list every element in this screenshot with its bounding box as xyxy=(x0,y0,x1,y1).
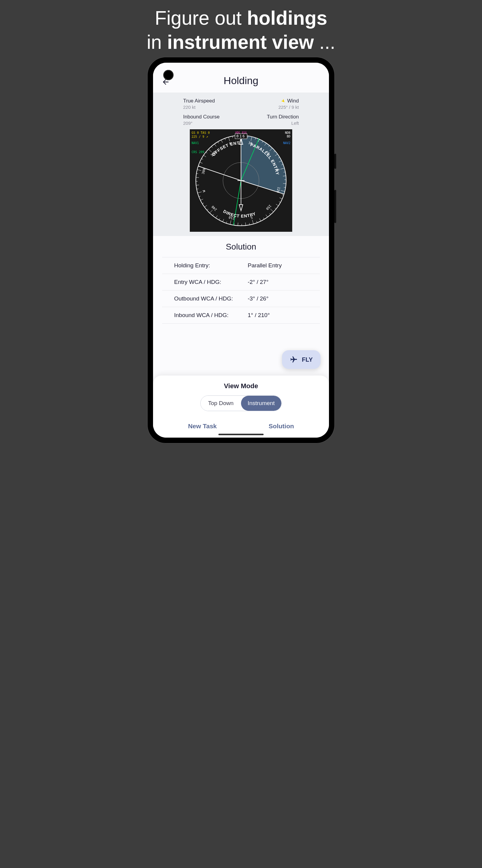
svg-line-50 xyxy=(213,214,214,216)
svg-line-28 xyxy=(282,195,284,195)
svg-line-34 xyxy=(269,213,270,215)
svg-line-45 xyxy=(230,220,231,224)
svg-text:W: W xyxy=(202,190,206,193)
svg-line-63 xyxy=(197,170,201,170)
phone-side-button xyxy=(334,190,336,223)
view-mode-instrument[interactable]: Instrument xyxy=(241,396,281,411)
home-indicator[interactable] xyxy=(218,434,264,435)
solution-row: Inbound WCA / HDG: 1° / 210° xyxy=(162,307,320,324)
wind-arrow-icon: ➤ xyxy=(280,97,287,104)
app-header: Holding xyxy=(153,63,329,93)
fly-button[interactable]: FLY xyxy=(282,350,321,369)
phone-frame: Holding True Airspeed 220 kt ➤Wind 225° … xyxy=(148,57,334,443)
info-turn: Turn Direction Left xyxy=(244,114,299,126)
bottom-sheet: View Mode Top Down Instrument New Task S… xyxy=(153,375,329,438)
page-title: Holding xyxy=(159,75,323,87)
svg-line-40 xyxy=(249,223,250,225)
svg-text:300: 300 xyxy=(201,168,206,175)
svg-line-62 xyxy=(196,174,198,174)
view-mode-segmented: Top Down Instrument xyxy=(200,396,282,411)
svg-line-31 xyxy=(276,204,278,206)
view-mode-title: View Mode xyxy=(153,382,329,390)
svg-line-33 xyxy=(270,209,274,212)
new-task-button[interactable]: New Task xyxy=(188,423,217,430)
view-mode-topdown[interactable]: Top Down xyxy=(201,396,241,411)
hsi-svg: OFFSET ENTRY PARALLEL ENTRY DIRECT ENTRY… xyxy=(190,129,292,232)
bottom-actions: New Task Solution xyxy=(153,420,329,430)
solution-button[interactable]: Solution xyxy=(269,423,294,430)
svg-line-47 xyxy=(223,219,224,222)
fly-label: FLY xyxy=(302,356,313,363)
svg-line-51 xyxy=(210,210,213,213)
instrument-container: GS 0 TAS 0 225 / 9 ↗ NDBBD NAV1 NAV2 CRS… xyxy=(153,129,329,236)
svg-line-32 xyxy=(275,208,276,209)
svg-line-73 xyxy=(221,140,222,143)
phone-camera xyxy=(163,70,173,80)
svg-line-46 xyxy=(226,221,227,223)
svg-line-56 xyxy=(199,196,201,197)
svg-line-35 xyxy=(266,215,267,217)
svg-line-71 xyxy=(215,144,216,147)
svg-line-58 xyxy=(197,189,198,189)
svg-line-67 xyxy=(204,155,206,157)
svg-line-66 xyxy=(201,158,203,159)
svg-line-41 xyxy=(246,222,246,225)
svg-line-29 xyxy=(280,198,282,199)
svg-line-52 xyxy=(207,209,208,210)
solution-row: Holding Entry: Parallel Entry xyxy=(162,257,320,274)
svg-line-61 xyxy=(196,178,199,178)
svg-line-37 xyxy=(259,218,261,221)
solution-row: Entry WCA / HDG: -2° / 27° xyxy=(162,274,320,290)
svg-line-54 xyxy=(202,203,204,204)
svg-line-59 xyxy=(196,185,199,185)
svg-line-53 xyxy=(204,205,207,207)
info-course: Inbound Course 209° xyxy=(183,114,238,126)
svg-line-25 xyxy=(283,184,286,184)
airplane-icon xyxy=(290,355,298,364)
phone-side-button xyxy=(334,154,336,169)
flight-info-panel: True Airspeed 220 kt ➤Wind 225° / 9 kt I… xyxy=(153,93,329,129)
svg-line-55 xyxy=(200,199,203,200)
svg-line-3 xyxy=(229,137,230,141)
svg-marker-84 xyxy=(239,205,243,211)
svg-line-74 xyxy=(225,138,225,140)
heading-box: 016 xyxy=(235,133,247,139)
promo-headline: Figure out holdings in instrument view .… xyxy=(147,6,335,54)
svg-line-48 xyxy=(219,218,220,220)
svg-line-68 xyxy=(206,152,207,153)
svg-line-57 xyxy=(198,192,201,193)
svg-line-49 xyxy=(216,216,218,218)
svg-line-38 xyxy=(257,221,257,223)
svg-line-70 xyxy=(212,147,213,148)
svg-line-30 xyxy=(279,202,281,203)
info-wind: ➤Wind 225° / 9 kt xyxy=(244,98,299,110)
solution-row: Outbound WCA / HDG: -3° / 26° xyxy=(162,290,320,307)
svg-line-36 xyxy=(263,218,264,219)
info-tas: True Airspeed 220 kt xyxy=(183,98,238,110)
svg-line-69 xyxy=(208,149,212,152)
solution-title: Solution xyxy=(162,242,320,252)
svg-line-72 xyxy=(218,142,219,143)
solution-table: Holding Entry: Parallel Entry Entry WCA … xyxy=(162,257,320,324)
svg-line-65 xyxy=(200,162,202,163)
hsi-instrument[interactable]: GS 0 TAS 0 225 / 9 ↗ NDBBD NAV1 NAV2 CRS… xyxy=(190,129,292,232)
svg-line-39 xyxy=(252,220,253,224)
app-screen: Holding True Airspeed 220 kt ➤Wind 225° … xyxy=(153,63,329,438)
